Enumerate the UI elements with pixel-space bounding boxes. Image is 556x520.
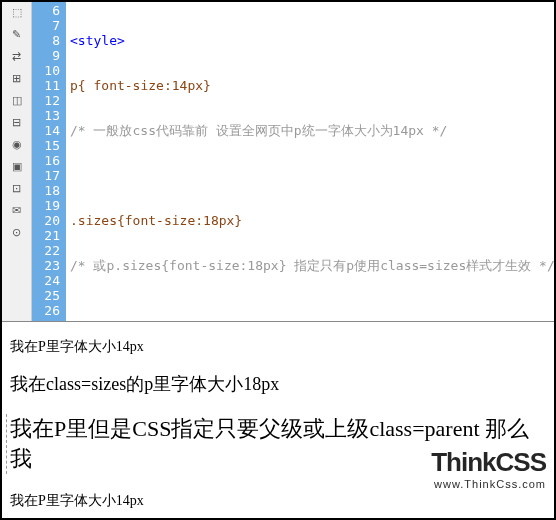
tool-icon[interactable]: ◉ (8, 136, 26, 152)
line-number-gutter: 67891011121314151617181920212223242526 (32, 2, 66, 321)
line-number: 26 (32, 303, 60, 318)
css-rule: { font-size:14px} (78, 78, 211, 93)
css-rule: {font-size:18px} (117, 213, 242, 228)
line-number: 9 (32, 48, 60, 63)
code-tag: <style> (70, 33, 125, 48)
line-number: 24 (32, 273, 60, 288)
tool-icon[interactable]: ⊙ (8, 224, 26, 240)
line-number: 13 (32, 108, 60, 123)
tool-icon[interactable]: ⊞ (8, 70, 26, 86)
tool-icon[interactable]: ⬚ (8, 4, 26, 20)
preview-text-14: 我在P里字体大小14px (10, 492, 546, 510)
editor-toolbar: ⬚ ✎ ⇄ ⊞ ◫ ⊟ ◉ ▣ ⊡ ✉ ⊙ (2, 2, 32, 321)
line-number: 22 (32, 243, 60, 258)
line-number: 14 (32, 123, 60, 138)
line-number: 17 (32, 168, 60, 183)
tool-icon[interactable]: ⊟ (8, 114, 26, 130)
line-number: 10 (32, 63, 60, 78)
line-number: 12 (32, 93, 60, 108)
tool-icon[interactable]: ◫ (8, 92, 26, 108)
code-editor: ⬚ ✎ ⇄ ⊞ ◫ ⊟ ◉ ▣ ⊡ ✉ ⊙ 678910111213141516… (2, 2, 554, 322)
css-selector: p (70, 78, 78, 93)
preview-text-22: 我在P里但是CSS指定只要父级或上级class=parent 那么我 (10, 414, 546, 474)
tool-icon[interactable]: ▣ (8, 158, 26, 174)
preview-text-14: 我在P里字体大小14px (10, 338, 546, 356)
tool-icon[interactable]: ✎ (8, 26, 26, 42)
browser-preview: 我在P里字体大小14px 我在class=sizes的p里字体大小18px 我在… (2, 322, 554, 516)
line-number: 8 (32, 33, 60, 48)
line-number: 20 (32, 213, 60, 228)
code-content[interactable]: <style> p{ font-size:14px} /* 一般放css代码靠前… (66, 2, 554, 321)
tool-icon[interactable]: ⇄ (8, 48, 26, 64)
tool-icon[interactable]: ⊡ (8, 180, 26, 196)
line-number: 7 (32, 18, 60, 33)
css-comment: /* 或p.sizes{font-size:18px} 指定只有p使用class… (70, 258, 554, 273)
line-number: 15 (32, 138, 60, 153)
line-number: 18 (32, 183, 60, 198)
line-number: 19 (32, 198, 60, 213)
line-number: 23 (32, 258, 60, 273)
css-selector: .sizes (70, 213, 117, 228)
line-number: 21 (32, 228, 60, 243)
css-comment: /* 一般放css代码靠前 设置全网页中p统一字体大小为14px */ (70, 123, 447, 138)
line-number: 11 (32, 78, 60, 93)
line-number: 25 (32, 288, 60, 303)
preview-text-18: 我在class=sizes的p里字体大小18px (10, 372, 546, 396)
line-number: 6 (32, 3, 60, 18)
tool-icon[interactable]: ✉ (8, 202, 26, 218)
line-number: 16 (32, 153, 60, 168)
